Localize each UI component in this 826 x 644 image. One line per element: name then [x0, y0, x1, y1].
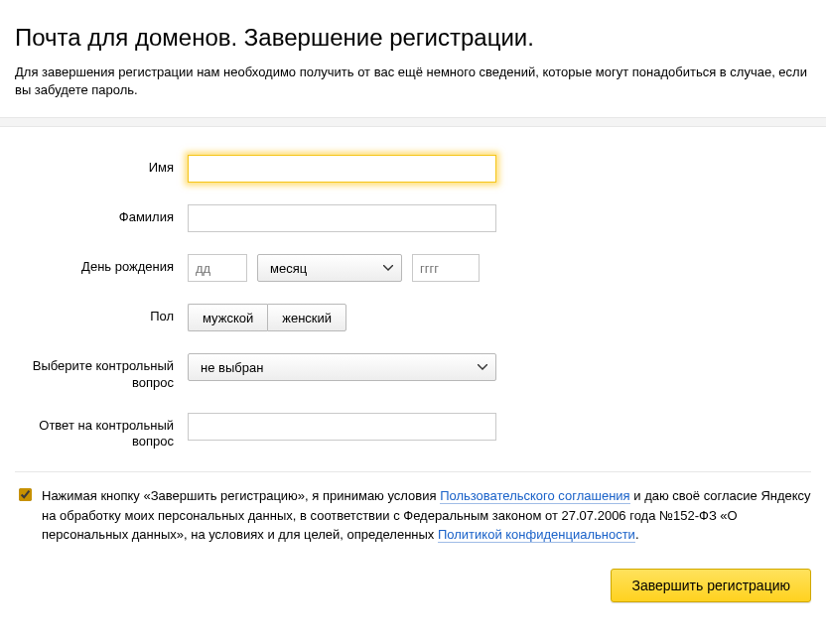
privacy-policy-link[interactable]: Политикой конфиденциальности — [438, 527, 635, 543]
gender-male-button[interactable]: мужской — [188, 304, 267, 331]
security-question-select[interactable]: не выбран — [188, 353, 496, 381]
section-divider — [0, 117, 826, 127]
agreement-part3: . — [635, 527, 639, 542]
gender-female-button[interactable]: женский — [267, 304, 346, 331]
gender-toggle: мужской женский — [188, 304, 346, 331]
label-security-question: Выберите контрольный вопрос — [15, 353, 188, 391]
label-first-name: Имя — [15, 155, 188, 176]
label-last-name: Фамилия — [15, 204, 188, 225]
birthday-month-select[interactable]: месяц — [257, 254, 402, 282]
agreement-checkbox[interactable] — [19, 488, 32, 501]
label-birthday: День рождения — [15, 254, 188, 275]
agreement-part1: Нажимая кнопку «Завершить регистрацию», … — [42, 488, 440, 503]
lead-text: Для завершения регистрации нам необходим… — [15, 64, 811, 99]
label-gender: Пол — [15, 304, 188, 324]
label-security-answer: Ответ на контрольный вопрос — [15, 413, 188, 451]
user-agreement-link[interactable]: Пользовательского соглашения — [440, 488, 630, 504]
first-name-input[interactable] — [188, 155, 496, 183]
agreement-text: Нажимая кнопку «Завершить регистрацию», … — [42, 486, 811, 545]
birthday-day-input[interactable] — [188, 254, 247, 282]
page-title: Почта для доменов. Завершение регистраци… — [15, 24, 811, 52]
security-answer-input[interactable] — [188, 413, 496, 441]
birthday-year-input[interactable] — [412, 254, 480, 282]
thin-divider — [15, 471, 811, 472]
submit-button[interactable]: Завершить регистрацию — [611, 569, 811, 602]
last-name-input[interactable] — [188, 204, 496, 232]
